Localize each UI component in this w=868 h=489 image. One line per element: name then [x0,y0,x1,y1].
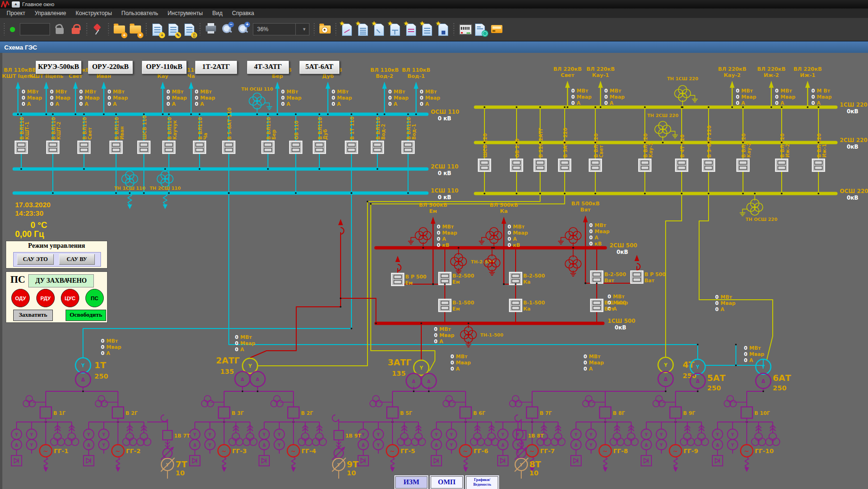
generator-ГГ-2[interactable]: ~ГГ-2 [112,445,141,457]
breaker-В-1-500-Ем[interactable]: В-1-500Ем [439,299,474,312]
new-trend-icon[interactable] [340,22,354,37]
generator-ГГ-10[interactable]: ~ГГ-10 [741,445,774,457]
print-icon[interactable] [204,22,218,37]
doc-add-icon[interactable]: + [150,22,164,37]
generator-ГГ-5[interactable]: ~ГГ-5 [386,445,415,457]
breaker-В-ВЛ-220-Кау-1[interactable]: В ВЛ 220Кау-1 [639,106,653,194]
toolbar-grip[interactable] [108,23,109,35]
generator-ГГ-7[interactable]: ~ГГ-7 [526,445,555,457]
zoom-select[interactable]: 36%▼ [253,23,309,35]
graphs-sheet-button[interactable]: Графики/ Ведомость [466,476,498,489]
menu-constructors[interactable]: Конструкторы [71,9,117,17]
report-globe-icon[interactable] [474,22,488,37]
transformer-2АТГ[interactable]: YΔΔ2АТГ135 [216,355,265,387]
menu-user[interactable]: Пользователь [117,9,163,17]
breaker-В-ВЛ-220-Кау-2[interactable]: В ВЛ 220Кау-2 [737,106,751,194]
breaker-В-ВЛ110-Ча[interactable]: В ВЛ110Ча [193,113,208,170]
release-button[interactable]: Освободить [66,310,106,321]
panel-icon[interactable] [490,22,504,37]
breaker-В-9Г-ГГ-9[interactable]: В 9Г [670,407,695,422]
new-tree-icon[interactable] [436,22,450,37]
indicator-rdu[interactable]: РДУ [36,289,55,307]
folder-add-icon[interactable]: + [112,22,126,37]
indicator-ps[interactable]: ПС [85,289,104,307]
scheme-tab[interactable]: Схема ГЭС [0,41,868,53]
breaker-В-5Г-ГГ-5[interactable]: В 5Г [387,407,412,422]
indicator-odu[interactable]: ОДУ [11,289,30,307]
breaker-В-2-500-Ка[interactable]: В-2-500Ка [509,272,545,285]
breaker-В-10Г-ГГ-10[interactable]: В 10Г [741,407,770,422]
breaker-В-2Г-ГГ-4[interactable]: В 2Г [288,407,313,422]
menu-view[interactable]: Вид [208,9,227,17]
toolbar-grip[interactable] [453,23,455,35]
menu-tools[interactable]: Инструменты [163,9,208,17]
breaker-В-ВЛ110-Вод-1[interactable]: В ВЛ110Вод-1 [402,113,417,194]
breaker-В-ВЛ110-Дуб[interactable]: В ВЛ110Дуб [313,113,328,170]
breaker-В-6Г-ГГ-6[interactable]: В 6Г [460,407,485,422]
toolbar-grip[interactable] [86,23,88,35]
generator-ГГ-1[interactable]: ~ГГ-1 [40,445,68,457]
nav-oru-110[interactable]: ОРУ-110кВ [142,60,187,74]
restore-up-icon[interactable]: ▲ [12,1,20,8]
generator-ГГ-6[interactable]: ~ГГ-6 [459,445,488,457]
toolbar-grip[interactable] [313,23,315,35]
sau-vu-button[interactable]: САУ ВУ [59,254,95,265]
toolbar-grip[interactable] [199,23,201,35]
unlock-icon[interactable] [53,22,67,37]
breaker-В-2Г-ГГ-2[interactable]: В 2Г [112,407,138,422]
new-matrix-icon[interactable] [404,22,418,37]
breaker-В-ВЛ110-Бер[interactable]: В ВЛ110Бер [262,113,276,170]
breaker-В-7Г-ГГ-7[interactable]: В 7Г [526,407,552,422]
doc-edit-icon[interactable]: ✎ [166,22,180,37]
nav-krue-500[interactable]: КРУЭ-500кВ [35,60,82,74]
new-table-icon[interactable] [420,22,434,37]
menu-control[interactable]: Управление [30,9,71,17]
new-grid-icon[interactable] [388,22,402,37]
breaker-В-2-500-Ем[interactable]: В-2-500Ем [439,272,474,285]
capture-button[interactable]: Захватить [13,310,53,321]
nav-5at-6at[interactable]: 5АТ-6АТ [299,60,340,74]
breaker-1В-7Т[interactable]: 1В 7Т [163,430,190,440]
new-gauge-icon[interactable] [372,22,386,37]
generator-ГГ-3[interactable]: ~ГГ-3 [218,445,247,457]
breaker-В-ВЛ110-Вод-2[interactable]: В ВЛ110Вод-2 [371,113,386,170]
breaker-В-ВЛ110-Свет[interactable]: В ВЛ110Свет [78,113,92,170]
toolbar-grip[interactable] [3,23,5,35]
transformer-1Т[interactable]: YΔ1Т250 [75,358,108,387]
breaker-В-1Г-ГГ-1[interactable]: В 1Г [40,407,66,422]
transformer-3АТГ[interactable]: YΔΔ3АТГ135 [388,357,436,388]
generator-ГГ-8[interactable]: ~ГГ-8 [599,445,628,457]
omp-button[interactable]: ОМП [431,476,463,489]
breaker-В-ВЛ-220-Иж-2[interactable]: В ВЛ 220Иж-2 [776,106,790,194]
sau-eto-button[interactable]: САУ ЭТО [17,254,54,265]
nav-4t-3atg[interactable]: 4Т-3АТГ [247,60,289,74]
folder-view-icon[interactable] [318,22,332,37]
toolbar-grip[interactable] [335,23,337,35]
breaker-В-8Г-ГГ-8[interactable]: В 8Г [600,407,625,422]
session-field[interactable] [20,23,50,35]
breaker-В-3Г-ГГ-3[interactable]: В 3Г [218,407,244,422]
new-list-icon[interactable] [356,22,370,37]
breaker-В-ВЛ110-Каучук[interactable]: В ВЛ110Каучук [163,113,177,194]
generator-ГГ-9[interactable]: ~ГГ-9 [669,445,698,457]
generator-ГГ-4[interactable]: ~ГГ-4 [287,445,316,457]
breaker-1В-9Т[interactable]: 1В 9Т [334,430,361,440]
indicator-cus[interactable]: ЦУС [61,289,79,307]
nav-oru-220[interactable]: ОРУ-220кВ [88,60,133,74]
zoom-in-icon[interactable]: + [236,22,250,37]
breaker-В-ВЛ110-КШТ-1[interactable]: В ВЛ110КШТ-1 [15,113,30,170]
oscillograph-icon[interactable] [458,22,472,37]
breaker-В-1-500-Ка[interactable]: В-1-500Ка [509,299,545,312]
menu-project[interactable]: Проект [2,9,30,17]
folder-close-icon[interactable]: × [128,22,142,37]
breaker-В-2-500-Вят[interactable]: В-2-500Вят [591,271,626,283]
breaker-В-ВЛ-220-Иж-1[interactable]: В ВЛ 220Иж-1 [812,106,827,194]
breaker-В-ВЛ110-КШТ-2[interactable]: В ВЛ110КШТ-2 [47,113,61,194]
breaker-В-1-500-Вят[interactable]: В-1-500Вят [591,299,626,312]
breaker-В-ВЛ110-Иван[interactable]: В ВЛ110Иван [110,113,125,194]
lock-icon[interactable] [69,22,83,37]
izm-button[interactable]: ИЗМ [395,476,427,489]
breaker-В-Р-500-Ват[interactable]: В Р 500Ват [631,271,666,283]
menu-help[interactable]: Справка [227,9,259,17]
doc-delete-icon[interactable]: ▯ [182,22,196,37]
